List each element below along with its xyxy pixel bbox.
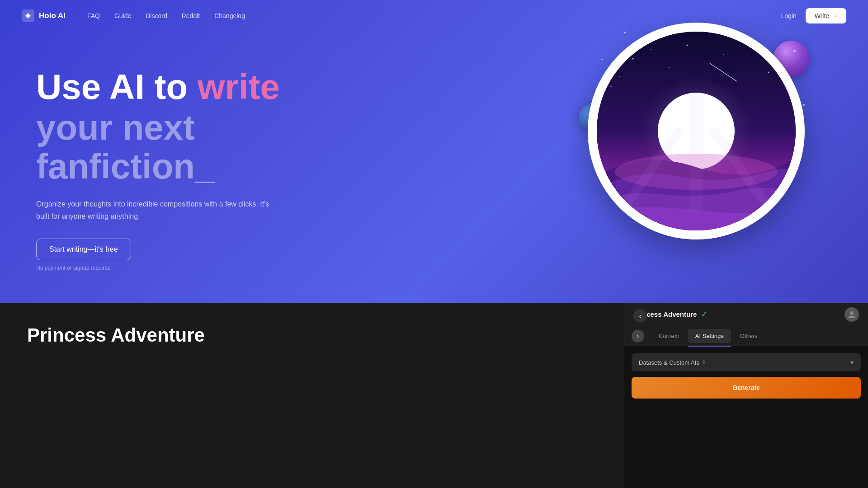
- check-icon: ✓: [701, 310, 707, 319]
- svg-point-12: [768, 72, 769, 73]
- svg-point-1: [27, 14, 29, 17]
- panel-right: ‹ Princess Adventure ✓ › Context AI Sett…: [624, 303, 868, 488]
- back-icon: ‹: [639, 312, 642, 319]
- logo-text: Holo AI: [39, 11, 66, 20]
- hero-title-write: write: [198, 67, 280, 107]
- hero-cta: Start writing—it's free No payment or si…: [36, 239, 303, 271]
- nav-faq[interactable]: FAQ: [87, 12, 100, 19]
- chevron-icon: ▾: [850, 359, 854, 366]
- logo[interactable]: Holo AI: [22, 9, 66, 22]
- story-title: Princess Adventure: [27, 324, 597, 346]
- navigation: Holo AI FAQ Guide Discord Reddit Changel…: [0, 0, 868, 32]
- hero-section: Holo AI FAQ Guide Discord Reddit Changel…: [0, 0, 868, 303]
- arrow-icon: ›: [637, 333, 639, 339]
- tab-arrow[interactable]: ›: [632, 330, 644, 343]
- start-writing-button[interactable]: Start writing—it's free: [36, 239, 131, 260]
- section-title-text: Datasets & Custom AIs: [639, 359, 699, 366]
- bottom-panel: Princess Adventure ‹ Princess Adventure …: [0, 303, 868, 488]
- svg-point-10: [619, 76, 620, 77]
- hero-title-prefix: Use AI to: [36, 67, 198, 107]
- hero-title-line2: your next fanfiction_: [36, 108, 303, 186]
- svg-point-11: [669, 67, 670, 68]
- nav-discord[interactable]: Discord: [146, 12, 167, 19]
- nav-right: Login Write →: [781, 8, 846, 23]
- avatar-icon: [847, 310, 856, 319]
- svg-point-6: [687, 45, 688, 46]
- info-icon: ℹ: [703, 359, 705, 366]
- panel-left: Princess Adventure: [0, 303, 624, 488]
- nav-guide[interactable]: Guide: [114, 12, 131, 19]
- nav-reddit[interactable]: Reddit: [182, 12, 200, 19]
- avatar: [844, 307, 859, 322]
- datasets-section[interactable]: Datasets & Custom AIs ℹ ▾: [632, 353, 861, 371]
- panel-header: ‹ Princess Adventure ✓: [624, 303, 868, 326]
- write-button[interactable]: Write →: [806, 8, 846, 23]
- hero-subtitle: Organize your thoughts into incredible c…: [36, 198, 271, 222]
- login-link[interactable]: Login: [781, 12, 796, 19]
- hero-title-line1: Use AI to write: [36, 68, 303, 107]
- panel-tabs: › Context AI Settings Others: [624, 326, 868, 346]
- tab-ai-settings[interactable]: AI Settings: [688, 329, 731, 343]
- nav-changelog[interactable]: Changelog: [214, 12, 245, 19]
- tab-others[interactable]: Others: [733, 329, 765, 343]
- nav-links: FAQ Guide Discord Reddit Changelog: [87, 12, 781, 19]
- no-payment-text: No payment or signup required: [36, 265, 303, 271]
- landscape-illustration: [597, 32, 796, 230]
- hero-illustration: [588, 23, 814, 249]
- hero-title-fanfiction: your next fanfiction_: [36, 108, 214, 186]
- illustration-inner: [597, 32, 796, 230]
- section-title: Datasets & Custom AIs ℹ: [639, 359, 705, 366]
- svg-point-19: [850, 311, 854, 315]
- illustration-ring: [588, 23, 805, 239]
- svg-point-8: [750, 47, 751, 48]
- svg-point-5: [651, 49, 651, 50]
- svg-point-4: [632, 58, 634, 60]
- logo-icon: [22, 9, 34, 22]
- svg-point-7: [723, 54, 724, 55]
- generate-button[interactable]: Generate: [632, 377, 861, 399]
- back-button[interactable]: ‹: [633, 309, 647, 323]
- hero-content: Use AI to write your next fanfiction_ Or…: [0, 32, 339, 271]
- panel-body: Datasets & Custom AIs ℹ ▾ Generate: [624, 346, 868, 488]
- tab-context[interactable]: Context: [651, 329, 686, 343]
